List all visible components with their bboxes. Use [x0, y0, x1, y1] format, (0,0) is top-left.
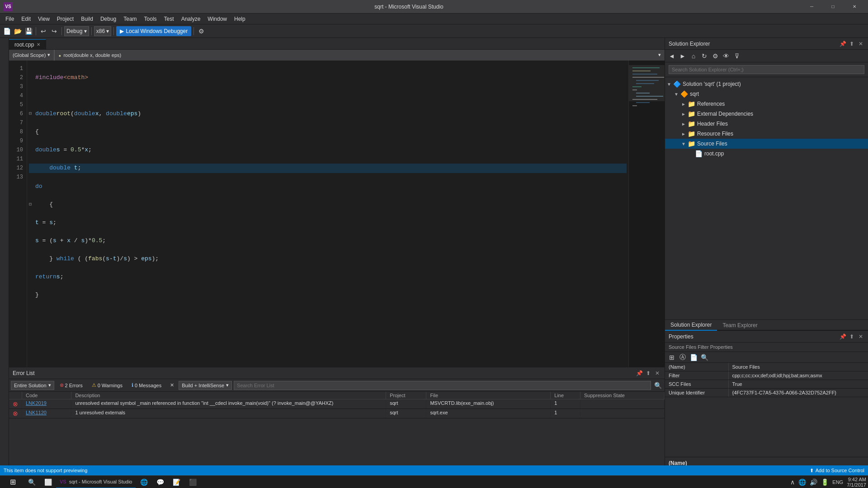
- tab-team-explorer[interactable]: Team Explorer: [717, 320, 763, 331]
- taskbar-vs-app[interactable]: VS sqrt - Microsoft Visual Studio: [56, 476, 136, 488]
- tree-source-files[interactable]: ▼ 📁 Source Files: [665, 139, 868, 149]
- tab-solution-explorer[interactable]: Solution Explorer: [665, 320, 717, 331]
- tree-references[interactable]: ► 📁 References: [665, 99, 868, 109]
- scope-right-dropdown[interactable]: ⬥ root(double x, double eps) ▾: [54, 50, 665, 61]
- taskbar-vscode[interactable]: 📝: [168, 476, 184, 488]
- prop-category-view[interactable]: ⊞: [667, 352, 677, 362]
- tree-resource-files[interactable]: ► 📁 Resource Files: [665, 129, 868, 139]
- se-refresh[interactable]: ↻: [699, 51, 709, 61]
- platform-dropdown[interactable]: x86 ▾: [94, 26, 112, 36]
- se-filter[interactable]: ⊽: [732, 51, 742, 61]
- error-code-1[interactable]: LNK2019: [22, 399, 71, 409]
- menu-build[interactable]: Build: [77, 14, 97, 24]
- menu-view[interactable]: View: [34, 14, 53, 24]
- tray-clock[interactable]: 9:42 AM 7/1/2017: [847, 477, 866, 488]
- tray-volume-icon[interactable]: 🔊: [810, 479, 817, 486]
- taskbar-chrome[interactable]: 🌐: [136, 476, 152, 488]
- error-search-button[interactable]: 🔍: [653, 380, 663, 390]
- open-button[interactable]: 📂: [13, 26, 23, 36]
- prop-scc-value[interactable]: True: [728, 380, 868, 389]
- prop-pin[interactable]: 📌: [839, 333, 846, 340]
- save-button[interactable]: 💾: [24, 26, 33, 36]
- tree-solution[interactable]: ▼ 🔷 Solution 'sqrt' (1 project): [665, 79, 868, 89]
- menu-tools[interactable]: Tools: [141, 14, 160, 24]
- menu-test[interactable]: Test: [160, 14, 178, 24]
- solution-arrow[interactable]: ▼: [667, 82, 673, 87]
- clear-errors-button[interactable]: ✕: [167, 380, 177, 390]
- build-intellisense-dropdown[interactable]: Build + IntelliSense ▾: [179, 381, 232, 390]
- maximize-button[interactable]: □: [823, 0, 843, 14]
- menu-debug[interactable]: Debug: [97, 14, 120, 24]
- tab-root-cpp[interactable]: root.cpp ✕: [9, 39, 46, 49]
- errors-count-button[interactable]: ⊗ 2 Errors: [56, 381, 86, 390]
- resource-files-arrow[interactable]: ►: [681, 131, 688, 136]
- scope-left-dropdown[interactable]: (Global Scope) ▾: [9, 50, 54, 61]
- se-preview[interactable]: 👁: [721, 51, 731, 61]
- tab-close-button[interactable]: ✕: [37, 42, 40, 47]
- config-dropdown[interactable]: Debug ▾: [64, 26, 89, 36]
- se-home[interactable]: ⌂: [689, 51, 698, 61]
- menu-project[interactable]: Project: [53, 14, 77, 24]
- start-debugger-button[interactable]: ▶ Local Windows Debugger: [116, 26, 191, 36]
- se-pin[interactable]: 📌: [839, 40, 846, 47]
- col-suppression[interactable]: Suppression State: [580, 392, 665, 399]
- toolbar-extra-1[interactable]: ⚙: [196, 26, 206, 36]
- taskbar-terminal[interactable]: ⬛: [184, 476, 201, 488]
- error-row-1[interactable]: ⊗ LNK2019 unresolved external symbol _ma…: [9, 399, 665, 409]
- error-scope-dropdown[interactable]: Entire Solution ▾: [11, 381, 54, 390]
- code-editor[interactable]: 12345678910111213 #include <cmath> ⊟doub…: [9, 61, 665, 367]
- close-button[interactable]: ✕: [844, 0, 864, 14]
- col-file[interactable]: File: [426, 392, 551, 399]
- tree-external-deps[interactable]: ► 📁 External Dependencies: [665, 109, 868, 119]
- prop-uid-value[interactable]: {4FC737F1-C7A5-4376-A066-2A32D752A2FF}: [728, 389, 868, 397]
- prop-close[interactable]: ✕: [857, 333, 864, 340]
- taskbar-task-view[interactable]: ⬜: [40, 476, 56, 488]
- tray-lang[interactable]: ENG: [832, 479, 843, 485]
- se-close[interactable]: ✕: [857, 40, 864, 47]
- minimize-button[interactable]: ─: [802, 0, 822, 14]
- prop-pages[interactable]: 📄: [689, 352, 698, 362]
- menu-edit[interactable]: Edit: [18, 14, 34, 24]
- code-content[interactable]: #include <cmath> ⊟double root(double x, …: [27, 61, 628, 367]
- undo-button[interactable]: ↩: [38, 26, 48, 36]
- source-files-arrow[interactable]: ▼: [681, 141, 688, 146]
- prop-search[interactable]: 🔍: [699, 352, 709, 362]
- menu-file[interactable]: File: [2, 14, 18, 24]
- add-to-source-control-button[interactable]: ⬆ Add to Source Control: [810, 468, 864, 474]
- messages-count-button[interactable]: ℹ 0 Messages: [128, 381, 165, 390]
- col-description[interactable]: Description: [71, 392, 386, 399]
- external-deps-arrow[interactable]: ►: [681, 112, 688, 117]
- header-files-arrow[interactable]: ►: [681, 122, 688, 127]
- tree-project[interactable]: ▼ 🔶 sqrt: [665, 89, 868, 99]
- menu-window[interactable]: Window: [204, 14, 231, 24]
- error-row-2[interactable]: ⊗ LNK1120 1 unresolved externals sqrt sq…: [9, 409, 665, 418]
- tree-root-cpp[interactable]: ► 📄 root.cpp: [665, 149, 868, 159]
- col-line[interactable]: Line: [551, 392, 580, 399]
- warnings-count-button[interactable]: ⚠ 0 Warnings: [88, 381, 126, 390]
- error-panel-float[interactable]: ⬆: [645, 370, 652, 377]
- prop-float[interactable]: ⬆: [848, 333, 855, 340]
- prop-filter-value[interactable]: cpp;c;cc;cxx;def;odl;idl;hpj;bat;asm;asm…: [728, 371, 868, 380]
- menu-help[interactable]: Help: [231, 14, 249, 24]
- menu-analyze[interactable]: Analyze: [178, 14, 204, 24]
- tray-up-arrow[interactable]: ∧: [790, 479, 795, 486]
- taskbar-search-button[interactable]: 🔍: [24, 476, 40, 488]
- prop-alpha-view[interactable]: Ⓐ: [678, 352, 688, 362]
- start-button[interactable]: ⊞: [2, 476, 24, 488]
- error-panel-pin[interactable]: 📌: [636, 370, 643, 377]
- tray-network-icon[interactable]: 🌐: [798, 479, 806, 486]
- se-float[interactable]: ⬆: [848, 40, 855, 47]
- error-panel-close[interactable]: ✕: [654, 370, 661, 377]
- taskbar-messenger[interactable]: 💬: [152, 476, 168, 488]
- col-project[interactable]: Project: [386, 392, 426, 399]
- redo-button[interactable]: ↪: [49, 26, 59, 36]
- se-back[interactable]: ◄: [667, 51, 677, 61]
- error-code-2[interactable]: LNK1120: [22, 409, 71, 418]
- se-search-input[interactable]: [669, 65, 864, 74]
- se-forward[interactable]: ►: [678, 51, 688, 61]
- references-arrow[interactable]: ►: [681, 102, 688, 107]
- error-search-input[interactable]: [234, 381, 651, 390]
- se-settings[interactable]: ⚙: [710, 51, 720, 61]
- col-code[interactable]: Code: [22, 392, 71, 399]
- menu-team[interactable]: Team: [120, 14, 140, 24]
